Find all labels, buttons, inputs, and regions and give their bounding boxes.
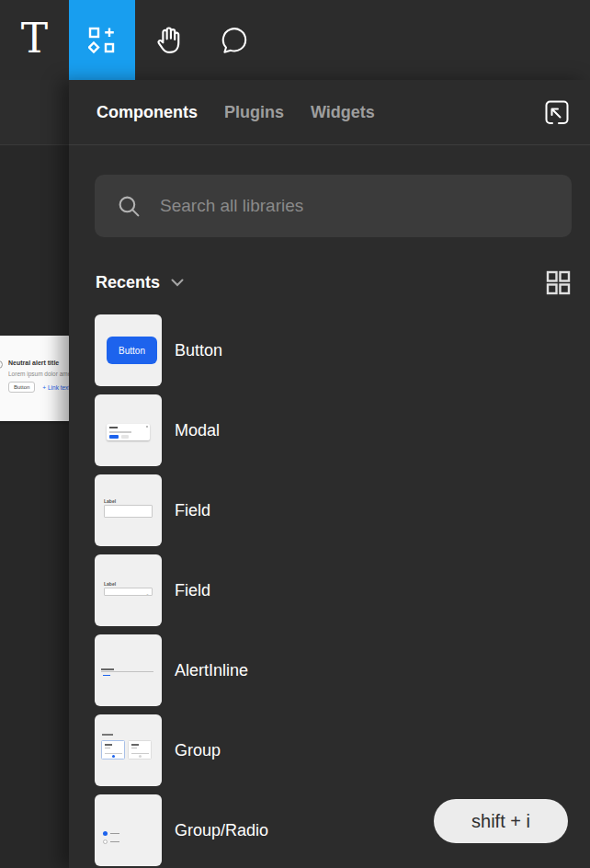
item-label: Field	[175, 501, 210, 520]
component-tool-icon	[88, 27, 116, 54]
alert-button: Button	[8, 382, 35, 393]
search-icon	[117, 194, 142, 219]
list-item-modal[interactable]: Modal	[95, 394, 590, 466]
list-item-button[interactable]: Button Button	[95, 314, 590, 386]
alert-actions: Button + Link text	[8, 382, 69, 393]
recents-list: Button Button Modal Label Field	[69, 314, 590, 866]
alert-link: + Link text	[42, 384, 69, 391]
components-panel: Components Plugins Widgets Recents	[69, 80, 590, 868]
alert-info-icon	[0, 360, 3, 369]
text-tool-icon: T	[21, 18, 48, 59]
group-thumbnail	[95, 714, 162, 786]
group-radio-thumbnail	[95, 794, 162, 866]
tab-widgets[interactable]: Widgets	[311, 103, 375, 122]
field-input-thumbnail: Label	[95, 474, 162, 546]
canvas-alert-component[interactable]: Neutral alert title Lorem ipsum dolor am…	[0, 336, 69, 421]
field-select-thumbnail: Label ⌄	[95, 554, 162, 626]
item-label: Field	[175, 581, 210, 600]
hand-tool-icon	[152, 24, 185, 57]
search-input[interactable]	[160, 196, 553, 216]
toolbar: T	[0, 0, 590, 80]
component-tool-button[interactable]	[69, 0, 135, 80]
grid-view-icon	[546, 270, 571, 295]
tab-components[interactable]: Components	[96, 103, 198, 122]
list-item-group[interactable]: Group	[95, 714, 590, 786]
panel-tabs: Components Plugins Widgets	[69, 80, 590, 145]
recents-header: Recents	[96, 270, 571, 295]
open-as-window-icon	[543, 98, 571, 126]
thumb-input-box	[104, 505, 153, 518]
list-item-alertinline[interactable]: AlertInline	[95, 634, 590, 706]
comment-tool-icon	[219, 25, 250, 56]
chevron-down-icon[interactable]	[171, 279, 184, 287]
tab-plugins[interactable]: Plugins	[224, 103, 284, 122]
grid-view-button[interactable]	[546, 270, 571, 295]
modal-thumbnail	[95, 394, 162, 466]
list-item-field-select[interactable]: Label ⌄ Field	[95, 554, 590, 626]
thumb-modal-preview	[107, 424, 150, 440]
alert-inline-thumbnail	[95, 634, 162, 706]
comment-tool-button[interactable]	[201, 0, 267, 80]
item-label: Group	[175, 741, 221, 760]
list-item-field-input[interactable]: Label Field	[95, 474, 590, 546]
text-tool-button[interactable]: T	[0, 0, 69, 80]
hand-tool-button[interactable]	[135, 0, 201, 80]
item-label: Group/Radio	[175, 821, 268, 840]
item-label: AlertInline	[175, 661, 248, 680]
canvas-area[interactable]: Neutral alert title Lorem ipsum dolor am…	[0, 80, 69, 868]
shortcut-hint-badge: shift + i	[434, 799, 568, 843]
figma-window: T	[0, 0, 590, 868]
alert-body-text: Lorem ipsum dolor amet conse	[8, 371, 69, 377]
thumb-select-chevron-icon: ⌄	[146, 591, 149, 596]
alert-title: Neutral alert title	[8, 360, 59, 366]
item-label: Button	[175, 341, 222, 360]
item-label: Modal	[175, 421, 220, 440]
thumb-button-preview: Button	[107, 337, 157, 364]
thumb-select-box: ⌄	[104, 588, 153, 596]
open-as-window-button[interactable]	[542, 97, 572, 127]
search-bar[interactable]	[95, 175, 572, 237]
recents-title[interactable]: Recents	[96, 273, 160, 292]
canvas-top-strip	[0, 80, 69, 145]
button-thumbnail: Button	[95, 314, 162, 386]
